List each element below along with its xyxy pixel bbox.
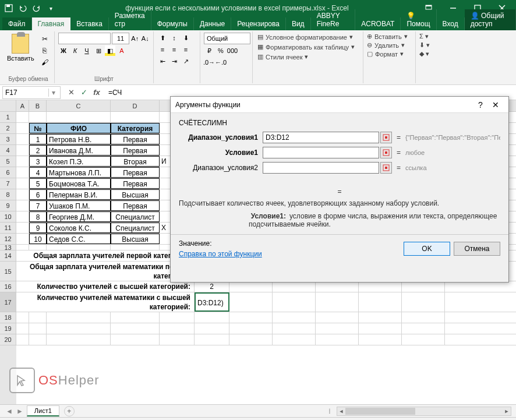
range-selector-icon[interactable] [380,147,392,158]
row-header[interactable]: 11 [0,223,16,234]
tab-file[interactable]: Файл [2,17,32,30]
qat-customize-icon[interactable]: ▾ [44,2,57,15]
row-header[interactable]: 16 [0,281,16,292]
sheet-nav-next-icon[interactable]: ► [15,407,24,415]
dialog-arg-input[interactable] [263,147,379,158]
tab-layout[interactable]: Разметка стр [109,9,151,30]
scroll-thumb[interactable] [345,408,415,415]
range-selector-icon[interactable] [380,132,392,143]
save-icon[interactable] [2,2,15,15]
col-header[interactable]: B [29,100,47,111]
tab-home[interactable]: Главная [32,17,71,30]
row-header[interactable]: 3 [0,134,16,145]
decrease-font-icon[interactable]: A↓ [141,33,150,44]
col-header[interactable]: A [16,100,29,111]
font-name-input[interactable] [58,33,111,44]
scroll-left-icon[interactable]: ◄ [337,408,345,414]
dialog-close-icon[interactable]: ✕ [487,100,504,110]
align-left-icon[interactable]: ≡ [157,44,168,55]
increase-indent-icon[interactable]: ⇥ [169,56,179,66]
scroll-right-icon[interactable]: ► [503,408,511,414]
align-bottom-icon[interactable]: ⬇ [181,33,191,43]
percent-icon[interactable]: % [215,45,226,56]
minimize-icon[interactable] [441,1,465,15]
tab-abbyy[interactable]: ABBYY FineRe [311,9,356,30]
row-header[interactable]: 2 [0,123,16,134]
insert-function-icon[interactable]: fx [91,87,103,98]
dialog-help-icon[interactable]: ? [473,100,487,110]
col-header[interactable]: D [111,100,160,111]
decrease-decimal-icon[interactable]: ←.0 [215,57,226,68]
number-format-combo[interactable] [204,33,250,44]
row-header[interactable]: 4 [0,145,16,156]
sheet-tab[interactable]: Лист1 [27,405,59,417]
copy-icon[interactable]: ⎘ [39,45,51,56]
name-box-dropdown-icon[interactable]: ▾ [48,89,58,97]
add-sheet-icon[interactable]: + [64,406,75,417]
cell-styles-button[interactable]: ▥Стили ячеек ▾ [256,52,359,61]
autosum-icon[interactable]: Σ ▾ [419,33,447,40]
row-header[interactable]: 12 [0,234,16,245]
currency-icon[interactable]: ₽ [204,45,214,56]
comma-icon[interactable]: 000 [227,45,238,56]
row-header[interactable]: 18 [0,312,16,323]
row-header[interactable]: 9 [0,200,16,211]
format-painter-icon[interactable]: 🖌 [39,57,51,68]
split-icon[interactable]: ⁞ [328,407,331,415]
clear-icon[interactable]: ◆ ▾ [419,50,447,58]
align-right-icon[interactable]: ≡ [181,44,191,55]
undo-icon[interactable] [16,2,29,15]
fill-color-icon[interactable]: ◧ [105,45,115,56]
decrease-indent-icon[interactable]: ⇤ [157,56,168,66]
row-header[interactable]: 8 [0,189,16,200]
delete-cells-button[interactable]: ⊖ Удалить ▾ [367,41,412,49]
format-as-table-button[interactable]: ▦Форматировать как таблицу ▾ [256,43,359,51]
dialog-cancel-button[interactable]: Отмена [454,242,500,256]
bold-button[interactable]: Ж [58,45,69,56]
border-icon[interactable]: ⊞ [93,45,104,56]
select-all-corner[interactable] [0,100,16,111]
align-center-icon[interactable]: ≡ [169,44,179,55]
font-color-icon[interactable]: A [116,45,127,56]
cancel-formula-icon[interactable]: ✕ [65,87,77,98]
redo-icon[interactable] [30,2,43,15]
dialog-help-link[interactable]: Справка по этой функции [179,250,262,258]
italic-button[interactable]: К [70,45,80,56]
tab-view[interactable]: Вид [286,17,311,30]
row-header[interactable]: 15 [0,262,16,281]
tab-data[interactable]: Данные [194,17,231,30]
underline-button[interactable]: Ч [82,45,92,56]
horizontal-scrollbar[interactable]: ◄ ► [337,407,511,416]
row-header[interactable]: 7 [0,178,16,189]
row-header[interactable]: 17 [0,292,16,312]
row-header[interactable]: 6 [0,167,16,178]
font-size-input[interactable] [112,33,129,44]
dialog-titlebar[interactable]: Аргументы функции ? ✕ [171,97,508,113]
name-box[interactable]: F17 ▾ [2,86,61,99]
dialog-arg-input[interactable] [263,132,379,143]
col-header[interactable]: C [47,100,111,111]
row-header[interactable]: 5 [0,156,16,167]
row-header[interactable]: 13 [0,245,16,250]
tab-review[interactable]: Рецензирова [231,17,286,30]
tab-login[interactable]: Вход [437,17,465,30]
insert-cells-button[interactable]: ⊕ Вставить ▾ [367,33,412,40]
tab-insert[interactable]: Вставка [70,17,109,30]
row-header[interactable]: 14 [0,250,16,262]
align-top-icon[interactable]: ⬆ [157,33,168,43]
sheet-nav-prev-icon[interactable]: ◄ [5,407,14,415]
range-selector-icon[interactable] [380,162,392,174]
tab-share[interactable]: 👤 Общий доступ [465,9,516,30]
tab-help[interactable]: 💡 Помощ [401,9,436,30]
cut-icon[interactable]: ✂ [39,34,51,44]
format-cells-button[interactable]: ▢ Формат ▾ [367,50,412,58]
dialog-ok-button[interactable]: OK [404,242,450,256]
row-header[interactable]: 1 [0,112,16,123]
conditional-formatting-button[interactable]: ▤Условное форматирование ▾ [256,33,359,41]
increase-decimal-icon[interactable]: .0→ [204,57,214,68]
tab-acrobat[interactable]: ACROBAT [355,17,401,30]
orientation-icon[interactable]: ↗ [181,56,191,66]
paste-button[interactable]: Вставить [6,33,36,75]
row-header[interactable]: 10 [0,211,16,223]
dialog-arg-input[interactable] [263,162,379,174]
